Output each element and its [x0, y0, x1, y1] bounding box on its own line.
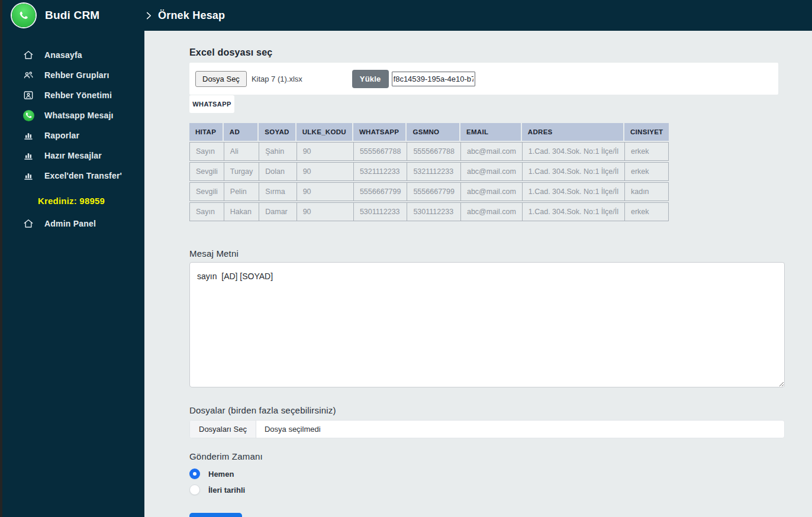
table-cell: 5555667788	[407, 142, 460, 161]
radio-button[interactable]	[189, 468, 200, 479]
radio-label: İleri tarihli	[208, 486, 245, 495]
app-title: Budi CRM	[45, 9, 99, 22]
sidebar-item-label: Whatsapp Mesajı	[44, 111, 114, 120]
contacts-table: HITAP AD SOYAD ULKE_KODU WHATSAPP GSMNO …	[189, 122, 669, 222]
sidebar-item-whatsapp-mesaji[interactable]: Whatsapp Mesajı	[0, 105, 144, 125]
tab-whatsapp-sheet[interactable]: WHATSAPP	[189, 95, 234, 113]
table-cell: Hakan	[224, 202, 259, 221]
main-content: Excel dosyası seç Dosya Seç Kitap 7 (1).…	[144, 31, 812, 517]
table-cell: 1.Cad. 304.Sok. No:1 İlçe/İl	[522, 202, 624, 221]
table-cell: 5321112233	[407, 162, 460, 181]
column-header: HITAP	[189, 123, 224, 141]
table-cell: erkek	[624, 202, 669, 221]
table-cell: Şahin	[259, 142, 296, 161]
table-cell: erkek	[624, 162, 669, 181]
table-cell: Turgay	[224, 162, 259, 181]
table-cell: Sayın	[189, 142, 224, 161]
group-icon	[22, 69, 34, 81]
column-header: CINSIYET	[624, 123, 669, 141]
table-cell: abc@mail.com	[460, 142, 522, 161]
table-cell: 1.Cad. 304.Sok. No:1 İlçe/İl	[522, 162, 624, 181]
column-header: SOYAD	[259, 123, 296, 141]
table-cell: Sevgili	[189, 182, 224, 201]
attachments-label: Dosyalar (birden fazla seçebilirsiniz)	[189, 405, 785, 415]
radio-button[interactable]	[189, 484, 200, 495]
table-cell: 90	[297, 182, 353, 201]
sidebar-item-anasayfa[interactable]: Anasayfa	[0, 45, 144, 65]
table-cell: 5555667788	[353, 142, 407, 161]
upload-token-input[interactable]	[392, 72, 475, 86]
table-cell: 5301112233	[353, 202, 407, 221]
table-cell: Dolan	[259, 162, 296, 181]
table-cell: 90	[297, 142, 353, 161]
choose-file-button[interactable]: Dosya Seç	[195, 71, 247, 87]
table-cell: Pelin	[224, 182, 259, 201]
table-cell: 5301112233	[407, 202, 460, 221]
choose-files-button[interactable]: Dosyaları Seç	[190, 421, 256, 438]
brand: Budi CRM	[12, 0, 99, 31]
sidebar: Anasayfa Rehber Grupları Rehber Yönetimi…	[0, 45, 144, 234]
breadcrumb: Örnek Hesap	[144, 0, 225, 31]
table-cell: Ali	[224, 142, 259, 161]
contacts-tbody: SayınAliŞahin9055556677885555667788abc@m…	[189, 142, 669, 221]
chevron-right-icon	[144, 11, 153, 20]
table-cell: abc@mail.com	[460, 202, 522, 221]
whatsapp-icon	[22, 109, 34, 121]
table-cell: 90	[297, 202, 353, 221]
table-cell: kadın	[624, 182, 669, 201]
sidebar-item-rehber-yonetimi[interactable]: Rehber Yönetimi	[0, 85, 144, 105]
column-header: EMAIL	[460, 123, 522, 141]
table-row: SayınHakanDamar9053011122335301112233abc…	[189, 202, 669, 221]
radio-option-hemen[interactable]: Hemen	[189, 467, 785, 480]
table-row: SayınAliŞahin9055556677885555667788abc@m…	[189, 142, 669, 161]
sidebar-item-label: Rehber Grupları	[44, 70, 109, 80]
column-header: ULKE_KODU	[297, 123, 353, 141]
sidebar-item-rehber-gruplari[interactable]: Rehber Grupları	[0, 65, 144, 85]
table-row: SevgiliPelinSırma9055566677995556667799a…	[189, 182, 669, 201]
sidebar-item-admin-panel[interactable]: Admin Panel	[0, 214, 144, 234]
home-icon	[22, 218, 34, 230]
message-textarea[interactable]: sayın [AD] [SOYAD]	[189, 262, 785, 387]
sidebar-item-raporlar[interactable]: Raporlar	[0, 125, 144, 146]
upload-button[interactable]: Yükle	[352, 70, 389, 88]
column-header: GSMNO	[407, 123, 460, 141]
excel-upload-panel: Dosya Seç Kitap 7 (1).xlsx Yükle	[189, 63, 778, 95]
table-cell: erkek	[624, 142, 669, 161]
radio-label: Hemen	[208, 470, 234, 479]
excel-upload-heading: Excel dosyası seç	[189, 47, 785, 58]
radio-option-ileri-tarihli[interactable]: İleri tarihli	[189, 483, 785, 496]
whatsapp-logo-icon	[12, 4, 36, 27]
table-cell: 5321112233	[353, 162, 407, 181]
attachments-file-input[interactable]: Dosyaları Seç Dosya seçilmedi	[189, 420, 785, 438]
sidebar-item-label: Anasayfa	[44, 50, 82, 60]
bar-chart-icon	[22, 150, 34, 161]
window-edge	[0, 0, 2, 517]
sidebar-item-label: Hazır Mesajlar	[44, 151, 102, 160]
table-cell: Sayın	[189, 202, 224, 221]
sidebar-item-label: Admin Panel	[44, 219, 96, 228]
message-label: Mesaj Metni	[189, 248, 785, 258]
credit-balance: Krediniz: 98959	[0, 196, 144, 206]
home-icon	[22, 49, 34, 61]
send-button[interactable]: Gönder	[189, 513, 242, 517]
sidebar-item-hazir-mesajlar[interactable]: Hazır Mesajlar	[0, 146, 144, 166]
table-cell: 90	[297, 162, 353, 181]
column-header: AD	[224, 123, 259, 141]
account-name: Örnek Hesap	[158, 9, 225, 22]
table-cell: 5556667799	[407, 182, 460, 201]
sidebar-item-label: Excel'den Transfer'	[44, 171, 122, 180]
sidebar-item-excelden-transfer[interactable]: Excel'den Transfer'	[0, 166, 144, 186]
table-cell: 5556667799	[353, 182, 407, 201]
chosen-file-name: Kitap 7 (1).xlsx	[252, 75, 302, 83]
bar-chart-icon	[22, 170, 34, 182]
column-header: ADRES	[522, 123, 624, 141]
table-cell: Sevgili	[189, 162, 224, 181]
contact-card-icon	[22, 89, 34, 101]
sidebar-item-label: Rehber Yönetimi	[44, 91, 112, 100]
file-selection-status: Dosya seçilmedi	[256, 421, 321, 438]
table-cell: Sırma	[259, 182, 296, 201]
table-row: SevgiliTurgayDolan9053211122335321112233…	[189, 162, 669, 181]
table-cell: 1.Cad. 304.Sok. No:1 İlçe/İl	[522, 182, 624, 201]
table-header-row: HITAP AD SOYAD ULKE_KODU WHATSAPP GSMNO …	[189, 123, 669, 141]
schedule-label: Gönderim Zamanı	[189, 451, 785, 461]
